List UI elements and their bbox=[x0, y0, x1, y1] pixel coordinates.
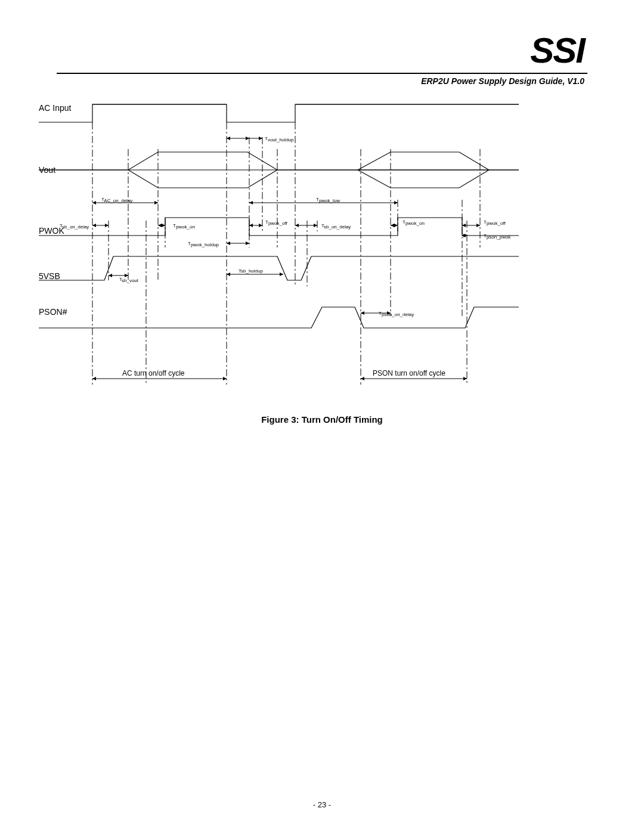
label-pwok: PWOK bbox=[39, 226, 64, 236]
svg-text:Tpwok_holdup: Tpwok_holdup bbox=[188, 241, 219, 247]
figure-caption: Figure 3: Turn On/Off Timing bbox=[0, 414, 644, 425]
arrow-t-ac-on-delay: TAC_on_delay bbox=[92, 197, 158, 203]
svg-text:Tpson_pwok: Tpson_pwok bbox=[484, 233, 511, 240]
svg-text:Tsb_on_delay: Tsb_on_delay bbox=[321, 223, 351, 230]
label-pson: PSON# bbox=[39, 307, 67, 317]
svg-text:Tpwok_off: Tpwok_off bbox=[265, 219, 288, 226]
page-number: - 23 - bbox=[0, 800, 644, 809]
svg-text:Tsb_vout: Tsb_vout bbox=[119, 277, 139, 283]
svg-text:Tvout_holdup: Tvout_holdup bbox=[265, 136, 294, 143]
signal-ac-input: AC Input bbox=[39, 103, 519, 122]
timing-diagram: AC Input Tvout_holdup Vout bbox=[39, 101, 528, 394]
svg-text:Tpwok_low: Tpwok_low bbox=[316, 197, 340, 203]
label-ac-input: AC Input bbox=[39, 103, 72, 113]
svg-text:Tsb_holdup: Tsb_holdup bbox=[239, 268, 263, 274]
svg-text:PSON turn on/off cycle: PSON turn on/off cycle bbox=[373, 369, 445, 377]
arrow-t-pwok-holdup: Tpwok_holdup bbox=[188, 241, 249, 247]
logo: SSI bbox=[530, 33, 584, 69]
cycle-pson: PSON turn on/off cycle bbox=[361, 369, 467, 379]
page: SSI ERP2U Power Supply Design Guide, V1.… bbox=[0, 0, 644, 833]
label-5vsb: 5VSB bbox=[39, 271, 60, 281]
svg-text:TAC_on_delay: TAC_on_delay bbox=[101, 197, 132, 203]
cycle-ac: AC turn on/off cycle bbox=[92, 369, 227, 379]
signal-5vsb: 5VSB bbox=[39, 256, 519, 281]
svg-text:Tpwok_on: Tpwok_on bbox=[402, 219, 425, 226]
header-rule bbox=[57, 73, 587, 74]
svg-text:AC turn on/off cycle: AC turn on/off cycle bbox=[122, 369, 185, 377]
signal-vout: Vout bbox=[39, 152, 519, 188]
svg-text:Tpwok_on: Tpwok_on bbox=[173, 223, 195, 230]
svg-text:Tpson_on_delay: Tpson_on_delay bbox=[379, 311, 414, 317]
header-subtitle: ERP2U Power Supply Design Guide, V1.0 bbox=[421, 76, 584, 86]
signal-pson: PSON# bbox=[39, 307, 519, 328]
arrow-tsb-holdup: Tsb_holdup bbox=[227, 268, 283, 274]
arrow-t-pson-on-delay: Tpson_on_delay bbox=[361, 311, 414, 317]
arrow-t-vout-holdup: Tvout_holdup bbox=[227, 136, 294, 143]
arrow-t-pwok-low: Tpwok_low bbox=[249, 197, 398, 203]
arrow-t-sb-vout: Tsb_vout bbox=[109, 275, 139, 283]
svg-text:Tpwok_off: Tpwok_off bbox=[484, 219, 506, 226]
